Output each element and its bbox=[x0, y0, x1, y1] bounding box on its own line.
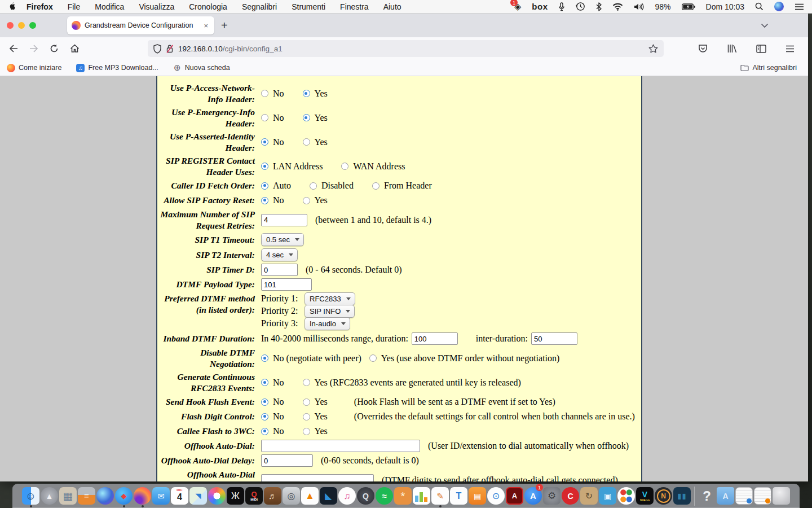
time-machine-icon[interactable] bbox=[576, 2, 585, 11]
radio-send-hook-flash-event-yes[interactable] bbox=[303, 398, 310, 406]
bookmark-free-mp3-download[interactable]: ♫Free MP3 Download... bbox=[76, 64, 158, 72]
dock-keynote-icon[interactable]: T bbox=[449, 484, 468, 508]
box-menu-item[interactable]: box bbox=[532, 2, 548, 11]
dock-numbers-icon[interactable] bbox=[412, 484, 431, 508]
radio-use-p-emergency-info-header-no[interactable] bbox=[261, 114, 268, 121]
bookmark-nuova-scheda[interactable]: ⊕Nuova scheda bbox=[173, 64, 230, 72]
menu-item-cronologia[interactable]: Cronologia bbox=[189, 2, 227, 11]
dock-maps-icon[interactable]: ◥ bbox=[189, 484, 208, 508]
zoom-window-button[interactable] bbox=[29, 22, 36, 29]
offhook-auto-dial-input[interactable] bbox=[261, 440, 420, 452]
dock-minimized-window-1-icon[interactable] bbox=[735, 484, 753, 508]
dock-photo-viewer-icon[interactable]: ▦ bbox=[59, 484, 77, 508]
radio-callee-flash-to-3wc-no[interactable] bbox=[261, 428, 268, 435]
dock-minimized-window-2-icon[interactable] bbox=[753, 484, 772, 508]
radio-allow-sip-factory-reset-no[interactable] bbox=[261, 197, 268, 204]
sidebar-icon[interactable] bbox=[756, 45, 766, 53]
dock-n-coin-icon[interactable]: N bbox=[654, 484, 673, 508]
url-text[interactable]: 192.168.0.10/cgi-bin/config_a1 bbox=[178, 45, 644, 53]
menu-item-finestra[interactable]: Finestra bbox=[340, 2, 369, 11]
radio-disable-dtmf-negotiation-yes[interactable] bbox=[369, 354, 377, 362]
radio-generate-continuous-rfc2833-events-no[interactable] bbox=[261, 379, 268, 386]
dock-missing-app-icon[interactable]: ? bbox=[698, 484, 716, 508]
offhook-auto-dial-delay-input[interactable] bbox=[261, 454, 313, 467]
hamburger-menu-icon[interactable] bbox=[785, 45, 795, 52]
menu-item-file[interactable]: File bbox=[68, 2, 81, 11]
dock-blue-utility-icon[interactable]: ▣ bbox=[598, 484, 617, 508]
battery-icon[interactable] bbox=[682, 3, 695, 10]
bluetooth-icon[interactable] bbox=[596, 2, 602, 11]
menu-clock[interactable]: Dom 10:03 bbox=[706, 2, 744, 11]
dock-ccleaner-icon[interactable]: C bbox=[561, 484, 580, 508]
dtmf-payload-type-input[interactable] bbox=[261, 278, 312, 291]
dock-media-dark-icon[interactable]: ◣ bbox=[319, 484, 338, 508]
tab-close-icon[interactable]: × bbox=[202, 21, 210, 30]
sip-timer-d-input[interactable] bbox=[261, 264, 298, 276]
menu-item-firefox[interactable]: Firefox bbox=[27, 2, 53, 11]
dock-safari-icon[interactable]: ◆ bbox=[114, 484, 133, 508]
radio-sip-register-contact-header-uses-wan[interactable] bbox=[341, 163, 348, 170]
radio-caller-id-fetch-order-auto[interactable] bbox=[261, 182, 268, 190]
radio-flash-digit-control-no[interactable] bbox=[261, 413, 268, 421]
back-button[interactable] bbox=[6, 41, 21, 56]
dock-calendar-icon[interactable]: DIC4 bbox=[170, 484, 189, 508]
radio-allow-sip-factory-reset-yes[interactable] bbox=[303, 197, 310, 204]
radio-use-p-emergency-info-header-yes[interactable] bbox=[303, 114, 310, 121]
dock-appcleaner-icon[interactable]: ↻ bbox=[580, 484, 598, 508]
dock-finder-icon[interactable]: ☺ bbox=[21, 484, 40, 508]
tab-list-chevron-icon[interactable] bbox=[761, 23, 769, 28]
maximum-number-of-sip-request-retries-input[interactable] bbox=[261, 214, 307, 226]
sip-t2-interval-select[interactable]: 4 sec bbox=[261, 248, 298, 261]
dock-dvd-player-icon[interactable]: ◎ bbox=[282, 484, 301, 508]
radio-flash-digit-control-yes[interactable] bbox=[303, 413, 310, 421]
dock-orange-pet-icon[interactable]: * bbox=[394, 484, 412, 508]
dock-quicktime-icon[interactable]: Q bbox=[356, 484, 375, 508]
menu-item-segnalibri[interactable]: Segnalibri bbox=[242, 2, 277, 11]
radio-use-p-asserted-identity-header-yes[interactable] bbox=[303, 138, 310, 146]
radio-caller-id-fetch-order-from[interactable] bbox=[372, 182, 379, 190]
sip-t1-timeout-select[interactable]: 0.5 sec bbox=[261, 233, 304, 246]
dock-color-dots-icon[interactable] bbox=[617, 484, 636, 508]
new-tab-button[interactable]: + bbox=[221, 19, 228, 32]
dock-preview-icon[interactable]: ⊙ bbox=[487, 484, 505, 508]
dock-trash-icon[interactable] bbox=[772, 484, 791, 508]
radio-use-p-access-network-info-header-no[interactable] bbox=[261, 90, 268, 97]
dock-nikon-viewnx-icon[interactable]: VNikon bbox=[636, 484, 654, 508]
insecure-lock-icon[interactable] bbox=[166, 44, 174, 54]
dock-firefox-icon[interactable] bbox=[133, 484, 152, 508]
reload-button[interactable] bbox=[46, 41, 62, 56]
dock-columns-app-icon[interactable]: ▮▮ bbox=[673, 484, 691, 508]
dock-itunes-icon[interactable]: ♫ bbox=[338, 484, 356, 508]
spotlight-icon[interactable] bbox=[755, 2, 764, 11]
preferred-dtmf-method-2-select[interactable]: SIP INFO bbox=[304, 305, 355, 318]
home-button[interactable] bbox=[67, 41, 82, 56]
notification-center-icon[interactable] bbox=[795, 3, 804, 11]
dock-audio-figure-icon[interactable]: Ж bbox=[226, 484, 245, 508]
bookmark-star-icon[interactable] bbox=[648, 44, 658, 53]
preferred-dtmf-method-1-select[interactable]: RFC2833 bbox=[304, 292, 355, 305]
dock-launchpad-icon[interactable]: ▲ bbox=[40, 484, 59, 508]
radio-generate-continuous-rfc2833-events-yes[interactable] bbox=[303, 379, 310, 386]
dock-system-preferences-icon[interactable]: ⚙ bbox=[542, 484, 561, 508]
radio-sip-register-contact-header-uses-lan[interactable] bbox=[261, 163, 268, 170]
inband-dtmf-duration-duration-input[interactable] bbox=[412, 332, 458, 345]
dropbox-icon[interactable]: ◈1 bbox=[514, 1, 521, 12]
pocket-icon[interactable] bbox=[698, 44, 708, 54]
dock-qmidi-icon[interactable]: QMIDI bbox=[245, 484, 263, 508]
radio-use-p-asserted-identity-header-no[interactable] bbox=[261, 138, 268, 146]
dock-photos-icon[interactable] bbox=[208, 484, 226, 508]
bookmark-come-iniziare[interactable]: Come iniziare bbox=[7, 64, 61, 72]
url-bar[interactable]: 192.168.0.10/cgi-bin/config_a1 bbox=[148, 40, 664, 57]
other-bookmarks[interactable]: Altri segnalibri bbox=[740, 64, 797, 72]
wifi-icon[interactable] bbox=[612, 3, 623, 11]
minimize-window-button[interactable] bbox=[18, 22, 25, 29]
volume-icon[interactable] bbox=[634, 3, 644, 11]
menu-item-strumenti[interactable]: Strumenti bbox=[292, 2, 325, 11]
dock-spotify-icon[interactable]: ≈ bbox=[375, 484, 394, 508]
inband-dtmf-duration-inter-input[interactable] bbox=[531, 332, 577, 345]
tab-grandstream[interactable]: Grandstream Device Configuration × bbox=[67, 16, 214, 34]
shield-icon[interactable] bbox=[153, 44, 161, 54]
microphone-icon[interactable] bbox=[558, 2, 565, 11]
radio-disable-dtmf-negotiation-no[interactable] bbox=[261, 354, 268, 362]
apple-menu-icon[interactable] bbox=[8, 2, 16, 11]
